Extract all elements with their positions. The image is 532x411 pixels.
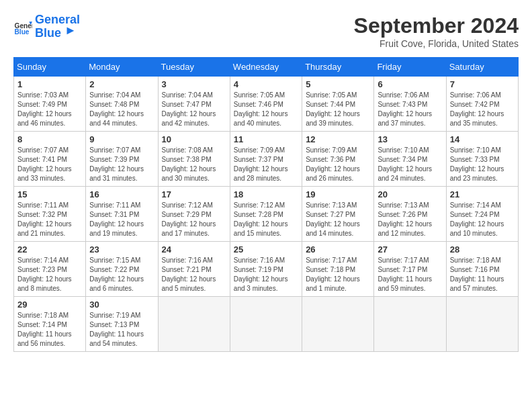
day-number: 24 bbox=[162, 244, 226, 255]
day-number: 30 bbox=[89, 300, 154, 310]
weekday-header-monday: Monday bbox=[86, 58, 158, 77]
day-detail-text: Sunrise: 7:10 AM Sunset: 7:34 PM Dayligh… bbox=[378, 146, 442, 183]
day-number: 18 bbox=[234, 189, 298, 199]
day-number: 2 bbox=[89, 79, 154, 89]
calendar-day-cell bbox=[374, 297, 446, 352]
calendar-day-cell: 8Sunrise: 7:07 AM Sunset: 7:41 PM Daylig… bbox=[14, 132, 86, 187]
weekday-header-tuesday: Tuesday bbox=[158, 58, 230, 77]
day-number: 5 bbox=[306, 79, 370, 89]
calendar-day-cell: 13Sunrise: 7:10 AM Sunset: 7:34 PM Dayli… bbox=[374, 132, 446, 187]
calendar-day-cell: 22Sunrise: 7:14 AM Sunset: 7:23 PM Dayli… bbox=[14, 242, 86, 297]
day-number: 11 bbox=[234, 134, 298, 144]
day-detail-text: Sunrise: 7:08 AM Sunset: 7:38 PM Dayligh… bbox=[162, 146, 226, 183]
day-detail-text: Sunrise: 7:16 AM Sunset: 7:21 PM Dayligh… bbox=[162, 256, 226, 293]
calendar-day-cell: 26Sunrise: 7:17 AM Sunset: 7:18 PM Dayli… bbox=[302, 242, 374, 297]
day-detail-text: Sunrise: 7:18 AM Sunset: 7:14 PM Dayligh… bbox=[17, 311, 82, 349]
day-detail-text: Sunrise: 7:05 AM Sunset: 7:46 PM Dayligh… bbox=[234, 91, 298, 128]
calendar-day-cell: 25Sunrise: 7:16 AM Sunset: 7:19 PM Dayli… bbox=[230, 242, 302, 297]
day-detail-text: Sunrise: 7:14 AM Sunset: 7:23 PM Dayligh… bbox=[17, 256, 82, 293]
day-detail-text: Sunrise: 7:17 AM Sunset: 7:18 PM Dayligh… bbox=[306, 256, 370, 293]
calendar-day-cell: 9Sunrise: 7:07 AM Sunset: 7:39 PM Daylig… bbox=[86, 132, 158, 187]
day-number: 21 bbox=[450, 189, 515, 199]
day-detail-text: Sunrise: 7:19 AM Sunset: 7:13 PM Dayligh… bbox=[89, 311, 154, 349]
day-detail-text: Sunrise: 7:04 AM Sunset: 7:47 PM Dayligh… bbox=[162, 91, 226, 128]
calendar-day-cell: 30Sunrise: 7:19 AM Sunset: 7:13 PM Dayli… bbox=[86, 297, 158, 352]
day-number: 23 bbox=[89, 244, 154, 255]
day-detail-text: Sunrise: 7:04 AM Sunset: 7:48 PM Dayligh… bbox=[89, 91, 154, 128]
day-number: 25 bbox=[234, 244, 298, 255]
day-number: 1 bbox=[17, 79, 82, 89]
day-detail-text: Sunrise: 7:12 AM Sunset: 7:28 PM Dayligh… bbox=[234, 201, 298, 238]
calendar-day-cell: 28Sunrise: 7:18 AM Sunset: 7:16 PM Dayli… bbox=[446, 242, 518, 297]
calendar-day-cell: 29Sunrise: 7:18 AM Sunset: 7:14 PM Dayli… bbox=[14, 297, 86, 352]
calendar-body: 1Sunrise: 7:03 AM Sunset: 7:49 PM Daylig… bbox=[14, 77, 519, 352]
day-detail-text: Sunrise: 7:13 AM Sunset: 7:26 PM Dayligh… bbox=[378, 201, 442, 238]
day-number: 20 bbox=[378, 189, 442, 199]
day-number: 3 bbox=[162, 79, 226, 89]
calendar-day-cell: 7Sunrise: 7:06 AM Sunset: 7:42 PM Daylig… bbox=[446, 77, 518, 132]
calendar-day-cell: 12Sunrise: 7:09 AM Sunset: 7:36 PM Dayli… bbox=[302, 132, 374, 187]
logo-icon: General Blue bbox=[13, 17, 32, 36]
calendar-day-cell: 4Sunrise: 7:05 AM Sunset: 7:46 PM Daylig… bbox=[230, 77, 302, 132]
day-detail-text: Sunrise: 7:17 AM Sunset: 7:17 PM Dayligh… bbox=[378, 256, 442, 293]
day-detail-text: Sunrise: 7:07 AM Sunset: 7:41 PM Dayligh… bbox=[17, 146, 82, 183]
calendar-day-cell: 6Sunrise: 7:06 AM Sunset: 7:43 PM Daylig… bbox=[374, 77, 446, 132]
weekday-header-wednesday: Wednesday bbox=[230, 58, 302, 77]
calendar-day-cell: 24Sunrise: 7:16 AM Sunset: 7:21 PM Dayli… bbox=[158, 242, 230, 297]
weekday-header-saturday: Saturday bbox=[446, 58, 518, 77]
day-detail-text: Sunrise: 7:18 AM Sunset: 7:16 PM Dayligh… bbox=[450, 256, 515, 293]
weekday-header-friday: Friday bbox=[374, 58, 446, 77]
page-header: General Blue General Blue ► September 20… bbox=[13, 13, 519, 49]
calendar-day-cell: 27Sunrise: 7:17 AM Sunset: 7:17 PM Dayli… bbox=[374, 242, 446, 297]
calendar-day-cell: 10Sunrise: 7:08 AM Sunset: 7:38 PM Dayli… bbox=[158, 132, 230, 187]
logo: General Blue General Blue ► bbox=[13, 13, 80, 40]
day-detail-text: Sunrise: 7:09 AM Sunset: 7:37 PM Dayligh… bbox=[234, 146, 298, 183]
day-number: 22 bbox=[17, 244, 82, 255]
day-number: 12 bbox=[306, 134, 370, 144]
logo-text-blue: Blue ► bbox=[35, 27, 80, 40]
calendar-day-cell: 19Sunrise: 7:13 AM Sunset: 7:27 PM Dayli… bbox=[302, 187, 374, 242]
day-detail-text: Sunrise: 7:07 AM Sunset: 7:39 PM Dayligh… bbox=[89, 146, 154, 183]
calendar-day-cell: 1Sunrise: 7:03 AM Sunset: 7:49 PM Daylig… bbox=[14, 77, 86, 132]
day-number: 15 bbox=[17, 189, 82, 199]
day-number: 6 bbox=[378, 79, 442, 89]
calendar-day-cell: 14Sunrise: 7:10 AM Sunset: 7:33 PM Dayli… bbox=[446, 132, 518, 187]
calendar-day-cell: 21Sunrise: 7:14 AM Sunset: 7:24 PM Dayli… bbox=[446, 187, 518, 242]
day-detail-text: Sunrise: 7:09 AM Sunset: 7:36 PM Dayligh… bbox=[306, 146, 370, 183]
calendar-day-cell bbox=[446, 297, 518, 352]
weekday-header-row: SundayMondayTuesdayWednesdayThursdayFrid… bbox=[14, 58, 519, 77]
day-detail-text: Sunrise: 7:13 AM Sunset: 7:27 PM Dayligh… bbox=[306, 201, 370, 238]
calendar-day-cell: 5Sunrise: 7:05 AM Sunset: 7:44 PM Daylig… bbox=[302, 77, 374, 132]
day-number: 16 bbox=[89, 189, 154, 199]
day-number: 9 bbox=[89, 134, 154, 144]
day-number: 8 bbox=[17, 134, 82, 144]
day-detail-text: Sunrise: 7:06 AM Sunset: 7:43 PM Dayligh… bbox=[378, 91, 442, 128]
location-subtitle: Fruit Cove, Florida, United States bbox=[354, 38, 519, 49]
day-number: 29 bbox=[17, 300, 82, 310]
calendar-week-row: 1Sunrise: 7:03 AM Sunset: 7:49 PM Daylig… bbox=[14, 77, 519, 132]
calendar-week-row: 29Sunrise: 7:18 AM Sunset: 7:14 PM Dayli… bbox=[14, 297, 519, 352]
day-detail-text: Sunrise: 7:10 AM Sunset: 7:33 PM Dayligh… bbox=[450, 146, 515, 183]
day-number: 7 bbox=[450, 79, 515, 89]
day-number: 26 bbox=[306, 244, 370, 255]
day-number: 17 bbox=[162, 189, 226, 199]
calendar-day-cell: 2Sunrise: 7:04 AM Sunset: 7:48 PM Daylig… bbox=[86, 77, 158, 132]
calendar-week-row: 15Sunrise: 7:11 AM Sunset: 7:32 PM Dayli… bbox=[14, 187, 519, 242]
day-detail-text: Sunrise: 7:11 AM Sunset: 7:32 PM Dayligh… bbox=[17, 201, 82, 238]
day-number: 13 bbox=[378, 134, 442, 144]
calendar-day-cell: 15Sunrise: 7:11 AM Sunset: 7:32 PM Dayli… bbox=[14, 187, 86, 242]
day-number: 10 bbox=[162, 134, 226, 144]
weekday-header-thursday: Thursday bbox=[302, 58, 374, 77]
day-detail-text: Sunrise: 7:16 AM Sunset: 7:19 PM Dayligh… bbox=[234, 256, 298, 293]
day-detail-text: Sunrise: 7:11 AM Sunset: 7:31 PM Dayligh… bbox=[89, 201, 154, 238]
day-detail-text: Sunrise: 7:06 AM Sunset: 7:42 PM Dayligh… bbox=[450, 91, 515, 128]
day-detail-text: Sunrise: 7:03 AM Sunset: 7:49 PM Dayligh… bbox=[17, 91, 82, 128]
calendar-week-row: 22Sunrise: 7:14 AM Sunset: 7:23 PM Dayli… bbox=[14, 242, 519, 297]
calendar-day-cell: 18Sunrise: 7:12 AM Sunset: 7:28 PM Dayli… bbox=[230, 187, 302, 242]
svg-text:Blue: Blue bbox=[15, 28, 30, 36]
day-number: 19 bbox=[306, 189, 370, 199]
calendar-table: SundayMondayTuesdayWednesdayThursdayFrid… bbox=[13, 57, 519, 352]
calendar-day-cell bbox=[302, 297, 374, 352]
month-title: September 2024 bbox=[354, 13, 519, 38]
day-detail-text: Sunrise: 7:12 AM Sunset: 7:29 PM Dayligh… bbox=[162, 201, 226, 238]
